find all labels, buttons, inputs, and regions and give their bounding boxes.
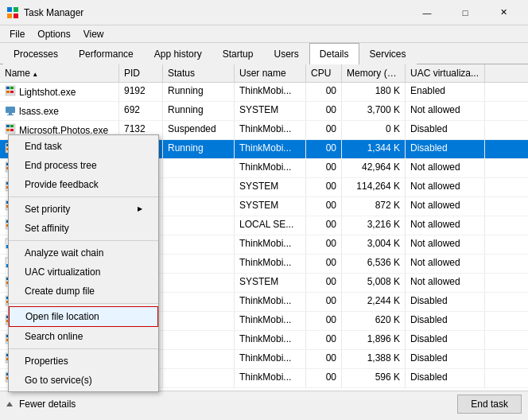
col-user[interactable]: User name [235, 64, 306, 82]
process-status [163, 293, 235, 311]
process-memory: 3,004 K [342, 235, 406, 254]
process-cpu: 00 [306, 83, 342, 101]
process-memory: 3,216 K [342, 216, 406, 235]
process-memory: 180 K [342, 83, 406, 101]
process-uac: Disabled [406, 312, 485, 330]
process-uac: Not allowed [406, 102, 485, 120]
process-status: Running [163, 83, 235, 101]
process-icon [5, 104, 16, 118]
col-uac[interactable]: UAC virtualiza... [406, 64, 485, 82]
tab-details[interactable]: Details [309, 43, 359, 64]
process-uac: Disabled [406, 369, 485, 387]
process-uac: Not allowed [406, 235, 485, 254]
arrow-up-icon [6, 402, 13, 406]
table-row[interactable]: lsass.exe692RunningSYSTEM003,700 KNot al… [0, 102, 528, 121]
process-memory: 0 K [342, 121, 406, 139]
tab-processes[interactable]: Processes [3, 43, 68, 64]
process-pid: 692 [119, 102, 163, 120]
ctx-create-dump-file[interactable]: Create dump file [9, 282, 158, 301]
ctx-analyze-wait-chain[interactable]: Analyze wait chain [9, 243, 158, 262]
process-uac: Not allowed [406, 216, 485, 235]
ctx-sep-2 [9, 240, 158, 241]
table-row[interactable]: Lightshot.exe9192RunningThinkMobi...0018… [0, 83, 528, 102]
process-memory: 1,344 K [342, 140, 406, 158]
tab-app-history[interactable]: App history [144, 43, 212, 64]
process-icon [5, 85, 16, 99]
process-name-cell: Lightshot.exe [0, 83, 119, 101]
process-uac: Disabled [406, 293, 485, 311]
process-status [163, 178, 235, 196]
col-memory[interactable]: Memory (a... [342, 64, 406, 82]
svg-rect-10 [9, 113, 12, 115]
process-user: ThinkMobi... [235, 235, 306, 254]
process-cpu: 00 [306, 312, 342, 330]
svg-rect-13 [6, 125, 10, 127]
ctx-set-priority[interactable]: Set priority [9, 200, 158, 219]
process-cpu: 00 [306, 197, 342, 216]
process-status [163, 216, 235, 235]
col-name[interactable]: Name [0, 64, 119, 82]
process-cpu: 00 [306, 159, 342, 177]
tab-services[interactable]: Services [359, 43, 417, 64]
process-user: ThinkMobi... [235, 293, 306, 311]
process-cpu: 00 [306, 178, 342, 196]
process-user: SYSTEM [235, 102, 306, 120]
menu-file[interactable]: File [3, 27, 31, 41]
bottom-bar: Fewer details End task [0, 391, 528, 416]
ctx-search-online[interactable]: Search online [9, 327, 158, 346]
tab-startup[interactable]: Startup [212, 43, 264, 64]
fewer-details-label: Fewer details [19, 399, 76, 410]
ctx-uac-virtualization[interactable]: UAC virtualization [9, 262, 158, 282]
process-pid: 9192 [119, 83, 163, 101]
process-status [163, 197, 235, 216]
process-memory: 1,896 K [342, 331, 406, 349]
process-memory: 3,700 K [342, 102, 406, 120]
menu-view[interactable]: View [77, 27, 111, 41]
process-user: LOCAL SE... [235, 216, 306, 235]
process-user: ThinkMobi... [235, 331, 306, 349]
process-memory: 620 K [342, 312, 406, 330]
process-uac: Enabled [406, 83, 485, 101]
menu-bar: File Options View [0, 25, 528, 43]
close-button[interactable]: ✕ [485, 5, 522, 21]
tab-performance[interactable]: Performance [68, 43, 144, 64]
table-header: Name PID Status User name CPU Memory (a.… [0, 64, 528, 83]
process-status [163, 369, 235, 387]
col-pid[interactable]: PID [119, 64, 163, 82]
process-cpu: 00 [306, 293, 342, 311]
app-icon [6, 6, 19, 19]
tab-users[interactable]: Users [263, 43, 309, 64]
process-uac: Not allowed [406, 197, 485, 216]
process-memory: 42,964 K [342, 159, 406, 177]
end-task-button[interactable]: End task [457, 395, 522, 414]
minimize-button[interactable]: — [409, 5, 445, 21]
ctx-go-to-service[interactable]: Go to service(s) [9, 371, 158, 390]
svg-rect-5 [6, 87, 10, 89]
ctx-sep-1 [9, 196, 158, 197]
svg-rect-2 [7, 14, 12, 18]
ctx-end-task[interactable]: End task [9, 137, 158, 156]
process-cpu: 00 [306, 235, 342, 254]
fewer-details-button[interactable]: Fewer details [6, 399, 76, 410]
process-user: ThinkMobi... [235, 83, 306, 101]
ctx-end-process-tree[interactable]: End process tree [9, 156, 158, 175]
process-memory: 596 K [342, 369, 406, 387]
maximize-button[interactable]: □ [447, 5, 483, 21]
col-status[interactable]: Status [163, 64, 235, 82]
tab-bar: Processes Performance App history Startu… [0, 43, 528, 64]
process-cpu: 00 [306, 140, 342, 158]
process-status [163, 312, 235, 330]
ctx-provide-feedback[interactable]: Provide feedback [9, 175, 158, 194]
col-cpu[interactable]: CPU [306, 64, 342, 82]
svg-rect-16 [10, 129, 14, 131]
menu-options[interactable]: Options [31, 27, 76, 41]
ctx-sep-4 [9, 348, 158, 349]
window-controls: — □ ✕ [409, 5, 522, 21]
process-memory: 114,264 K [342, 178, 406, 196]
process-name-cell: lsass.exe [0, 102, 119, 120]
ctx-open-file-location[interactable]: Open file location [9, 306, 158, 327]
ctx-properties[interactable]: Properties [9, 352, 158, 371]
process-status [163, 235, 235, 254]
ctx-set-affinity[interactable]: Set affinity [9, 219, 158, 238]
process-user: SYSTEM [235, 178, 306, 196]
